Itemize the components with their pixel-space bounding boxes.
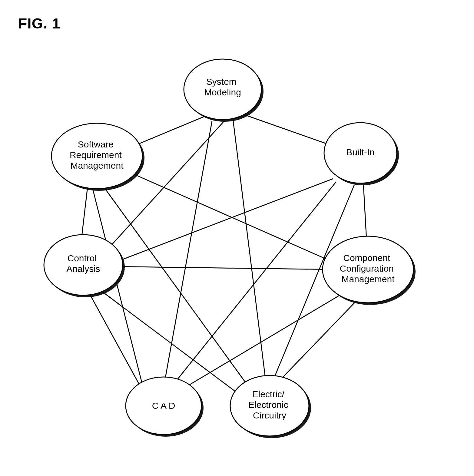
node-built-in: Built-In [324, 123, 399, 185]
node-cad: C A D [126, 377, 204, 437]
label: System [206, 77, 237, 87]
label: Management [70, 160, 124, 170]
edge [176, 182, 336, 382]
label: Component [343, 253, 390, 263]
label: Management [341, 274, 395, 284]
edge [82, 185, 88, 236]
node-component-config: Component Configuration Management [323, 236, 416, 305]
edge [100, 182, 251, 391]
network-diagram: System Modeling Built-In Component Confi… [0, 0, 474, 476]
label: Configuration [340, 263, 394, 273]
label: Software [78, 139, 114, 149]
svg-text:Component
      Configuration
: Component Configuration Management [340, 253, 396, 284]
svg-text:Electric/
      Electronic
   : Electric/ Electronic Circuitry [248, 389, 291, 420]
edge [112, 266, 333, 269]
label: Modeling [204, 87, 241, 97]
node-software-req: Software Requirement Management [51, 123, 144, 191]
label: Requirement [70, 150, 122, 160]
edge [363, 185, 366, 239]
edge [130, 173, 336, 263]
label: Electronic [248, 400, 288, 410]
edge [112, 179, 333, 263]
svg-text:C A D: C A D [152, 401, 175, 411]
label: Control [67, 253, 97, 263]
node-electric: Electric/ Electronic Circuitry [230, 375, 311, 438]
edge [88, 291, 139, 385]
svg-text:Built-In: Built-In [346, 147, 374, 157]
label: Circuitry [253, 410, 286, 420]
label: Analysis [66, 264, 100, 274]
label: Electric/ [252, 389, 284, 399]
label: Built-In [346, 147, 374, 157]
svg-text:Software
      Requirement
   : Software Requirement Management [70, 139, 124, 170]
edge [279, 300, 357, 382]
node-system-modeling: System Modeling [184, 59, 264, 122]
edge [233, 121, 267, 388]
label: C A D [152, 401, 175, 411]
